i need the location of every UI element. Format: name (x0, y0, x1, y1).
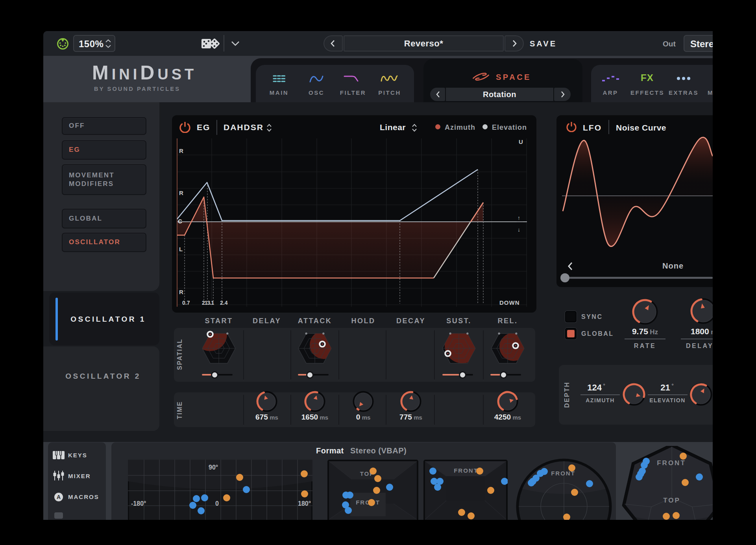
svg-text:FRONT: FRONT (657, 459, 686, 467)
svg-text:0.7: 0.7 (182, 300, 190, 306)
svg-text:R: R (179, 289, 183, 295)
svg-text:C: C (178, 218, 182, 225)
svg-text:180°: 180° (298, 500, 311, 507)
svg-text:↑: ↑ (518, 215, 520, 221)
svg-text:2.4: 2.4 (220, 300, 228, 306)
svg-text:A: A (57, 494, 61, 500)
svg-text:-180°: -180° (131, 500, 146, 507)
svg-text:↓: ↓ (518, 226, 520, 233)
svg-text:213.1: 213.1 (202, 300, 214, 306)
svg-text:FRONT: FRONT (356, 499, 380, 506)
svg-text:DOWN: DOWN (499, 299, 520, 306)
svg-text:R: R (179, 190, 183, 196)
svg-text:L: L (179, 246, 183, 252)
svg-text:U: U (519, 138, 523, 145)
svg-text:FRONT: FRONT (454, 467, 478, 474)
svg-text:R: R (179, 147, 183, 154)
svg-text:0: 0 (215, 500, 219, 507)
svg-text:TOP: TOP (663, 497, 680, 504)
svg-text:90°: 90° (209, 464, 218, 471)
